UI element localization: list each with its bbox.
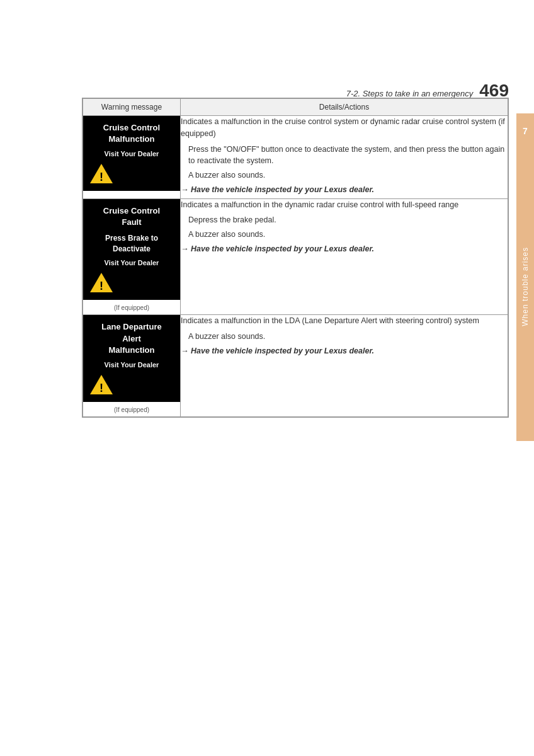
table-row: Cruise ControlFault Press Brake toDeacti… [83, 198, 508, 315]
details-action-1b: A buzzer also sounds. [181, 169, 508, 181]
side-tab-label: When trouble arises [521, 247, 530, 326]
warning-equipped-2: (If equipped) [83, 300, 180, 314]
details-text-2: Indicates a malfunction in the dynamic r… [181, 199, 508, 211]
details-arrow-3: → Have the vehicle inspected by your Lex… [181, 345, 508, 357]
main-table: Warning message Details/Actions Cruise C… [82, 98, 509, 418]
side-tab-number: 7 [523, 126, 528, 136]
details-action-2a: Depress the brake pedal. [181, 214, 508, 226]
warning-visit-3: Visit Your Dealer [88, 361, 175, 369]
warning-equipped-3: (If equipped) [83, 402, 180, 416]
warning-black-1: Cruise ControlMalfunction Visit Your Dea… [83, 116, 180, 191]
warning-subtitle-2: Press Brake toDeactivate [88, 233, 175, 255]
details-text-3: Indicates a malfunction in the LDA (Lane… [181, 315, 508, 327]
equipped-label-3: (If equipped) [114, 406, 149, 413]
warning-title-3: Lane DepartureAlertMalfunction [88, 321, 175, 356]
warning-icon-3: ! [88, 374, 175, 397]
svg-text:!: ! [99, 382, 103, 394]
details-cell-1: Indicates a malfunction in the cruise co… [181, 116, 508, 199]
equipped-label-2: (If equipped) [114, 304, 149, 311]
warning-icon-1: ! [88, 163, 175, 186]
details-text-1: Indicates a malfunction in the cruise co… [181, 116, 508, 140]
warning-icon-2: ! [88, 272, 175, 295]
details-action-2b: A buzzer also sounds. [181, 229, 508, 241]
table-row: Lane DepartureAlertMalfunction Visit You… [83, 315, 508, 417]
warning-title-2: Cruise ControlFault [88, 205, 175, 228]
warning-black-3: Lane DepartureAlertMalfunction Visit You… [83, 315, 180, 402]
warning-black-2: Cruise ControlFault Press Brake toDeacti… [83, 199, 180, 301]
details-arrow-1: → Have the vehicle inspected by your Lex… [181, 184, 508, 196]
details-action-1a: Press the "ON/OFF" button once to deacti… [181, 144, 508, 168]
header-title: 7-2. Steps to take in an emergency [346, 89, 474, 98]
details-cell-3: Indicates a malfunction in the LDA (Lane… [181, 315, 508, 417]
svg-text:!: ! [99, 280, 103, 292]
col2-header: Details/Actions [181, 99, 508, 116]
svg-text:!: ! [99, 171, 103, 183]
warning-visit-1: Visit Your Dealer [88, 150, 175, 158]
warning-title-1: Cruise ControlMalfunction [88, 122, 175, 145]
details-cell-2: Indicates a malfunction in the dynamic r… [181, 198, 508, 315]
details-arrow-2: → Have the vehicle inspected by your Lex… [181, 243, 508, 255]
warning-cell-2: Cruise ControlFault Press Brake toDeacti… [83, 198, 181, 315]
table-row: Cruise ControlMalfunction Visit Your Dea… [83, 116, 508, 199]
details-action-3a: A buzzer also sounds. [181, 331, 508, 343]
side-tab: 7 When trouble arises [516, 113, 534, 441]
warning-cell-1: Cruise ControlMalfunction Visit Your Dea… [83, 116, 181, 199]
warning-cell-3: Lane DepartureAlertMalfunction Visit You… [83, 315, 181, 417]
col1-header: Warning message [83, 99, 181, 116]
page-number: 469 [479, 82, 509, 100]
page-container: 7 When trouble arises 7-2. Steps to take… [0, 0, 534, 756]
warning-visit-2: Visit Your Dealer [88, 259, 175, 266]
